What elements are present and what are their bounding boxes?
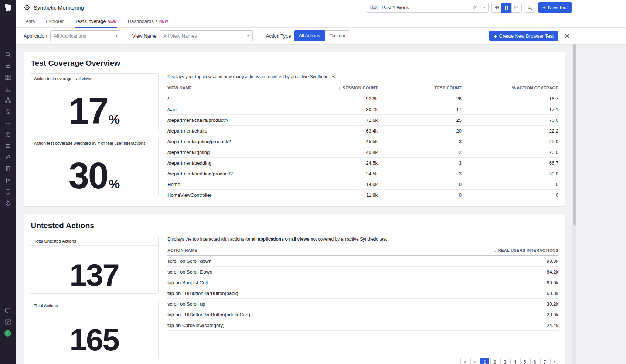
test-count-cell: 26	[378, 96, 462, 102]
action-coverage-cell: 25.0	[462, 139, 559, 144]
time-range-label: Past 1 Week	[382, 5, 409, 10]
pause-button[interactable]	[501, 3, 512, 13]
monitors-icon[interactable]	[3, 109, 13, 115]
tab-explorer[interactable]: Explorer	[46, 15, 64, 27]
table-row[interactable]: /department/lighting 40.8k 2 20.0	[167, 147, 559, 158]
upgrade-icon[interactable]: ↑	[4, 330, 11, 337]
column-test-count[interactable]: TEST COUNT	[378, 86, 462, 90]
column-action-name[interactable]: ACTION NAME	[167, 248, 448, 253]
pagination-page-2[interactable]: 2	[490, 358, 499, 364]
tab-test-coverage[interactable]: Test Coverage NEW	[75, 15, 117, 27]
test-count-cell: 3	[378, 160, 462, 166]
ci-pipelines-icon[interactable]	[3, 177, 13, 183]
table-row[interactable]: tap on Shopist.Cell 60.6k	[167, 277, 559, 288]
application-select[interactable]: All Applications ▾	[50, 30, 121, 41]
column-real-users-interactions[interactable]: ↓ REAL USERS INTERACTIONS	[448, 248, 559, 253]
search-icon[interactable]	[3, 51, 13, 58]
table-row[interactable]: /department/chairs 63.4k 20 22.2	[167, 126, 559, 136]
untested-table-column: Displays the top interacted with actions…	[167, 236, 559, 364]
action-coverage-cell: 20.0	[462, 150, 559, 155]
pagination-page-5[interactable]: 5	[520, 358, 529, 364]
pin-icon[interactable]	[472, 5, 477, 10]
table-row[interactable]: HomeViewController 11.9k 0 0	[167, 190, 559, 200]
column-action-coverage[interactable]: % ACTION COVERAGE	[462, 86, 559, 90]
column-session-count[interactable]: ↓ SESSION COUNT	[323, 86, 378, 90]
metrics-icon[interactable]	[3, 86, 13, 92]
pagination-page-3[interactable]: 3	[500, 358, 509, 364]
new-test-button[interactable]: + New Test	[538, 2, 572, 13]
table-row[interactable]: Home 14.0k 0 0	[167, 179, 559, 190]
tab-tests[interactable]: Tests	[24, 15, 35, 27]
table-row[interactable]: /department/lighting/product/? 45.5k 3 2…	[167, 136, 559, 147]
rum-icon[interactable]	[3, 120, 13, 126]
table-row[interactable]: /department/chairs/product/? 71.6k 25 70…	[167, 115, 559, 126]
coverage-table-column: Displays your top views and how many act…	[167, 73, 559, 203]
action-type-custom[interactable]: Custom	[325, 30, 350, 41]
interactions-cell: 28.9k	[448, 312, 559, 317]
action-coverage-cell: 22.2	[462, 128, 559, 134]
table-row[interactable]: tap on _UIButtonBarButton(addToCart) 28.…	[167, 309, 559, 320]
pagination-next[interactable]: ›	[550, 358, 559, 364]
description-bold: all views	[291, 237, 309, 242]
page-title-group: Synthetic Monitoring	[24, 4, 84, 11]
table-row[interactable]: tap on CardView(category) 24.4k	[167, 320, 559, 331]
action-coverage-cell: 17.1	[462, 107, 559, 112]
table-row[interactable]: /cart 80.7k 17 17.1	[167, 104, 559, 115]
playback-controls	[491, 3, 522, 13]
test-count-cell: 2	[378, 150, 462, 155]
settings-button[interactable]	[562, 31, 572, 41]
view-name-label: View Name	[132, 33, 157, 39]
pagination-prev[interactable]: ‹	[470, 358, 479, 364]
table-row[interactable]: tap on _UIButtonBarButton(back) 60.3k	[167, 288, 559, 299]
column-view-name[interactable]: VIEW NAME	[167, 86, 323, 90]
stat-number: 30	[69, 161, 108, 190]
tab-dashboards[interactable]: Dashboards ▾ NEW	[128, 15, 168, 27]
pagination-first[interactable]: «	[460, 358, 469, 364]
view-name-select[interactable]: All View Names ▾	[160, 30, 253, 41]
rewind-button[interactable]	[491, 3, 502, 13]
table-row[interactable]: scroll on Scroll up 30.2k	[167, 299, 559, 309]
service-map-icon[interactable]	[3, 97, 13, 103]
logs-icon[interactable]	[3, 166, 13, 172]
test-count-cell: 3	[378, 139, 462, 144]
plus-icon: +	[494, 33, 497, 39]
table-row[interactable]: / 92.8k 26 16.7	[167, 93, 559, 104]
stat-number: 165	[69, 328, 119, 352]
pagination-page-1[interactable]: 1	[480, 358, 489, 364]
pagination-page-6[interactable]: 6	[530, 358, 539, 364]
stat-total-actions: Total Actions 165	[30, 301, 159, 358]
watchdog-icon[interactable]	[3, 63, 13, 69]
interactions-cell: 24.4k	[448, 323, 559, 328]
help-icon[interactable]: ?	[5, 319, 11, 325]
datadog-logo[interactable]	[3, 3, 13, 13]
rewind-icon	[494, 5, 499, 10]
action-type-all-actions[interactable]: All Actions	[294, 30, 325, 41]
dashboards-icon[interactable]	[3, 74, 13, 80]
zoom-out-button[interactable]	[525, 3, 535, 13]
processes-icon[interactable]	[3, 143, 13, 149]
test-count-cell: 0	[378, 182, 462, 187]
action-type-toggle: All Actions Custom	[294, 30, 350, 41]
pagination-page-7[interactable]: 7	[540, 358, 549, 364]
forward-button[interactable]	[511, 3, 522, 13]
scrollbar-thumb[interactable]	[573, 44, 576, 226]
action-coverage-cell: 30.0	[462, 171, 559, 176]
stat-value: 137	[30, 246, 158, 293]
integrations-icon[interactable]	[3, 154, 13, 161]
infrastructure-icon[interactable]	[3, 131, 13, 138]
sort-desc-icon: ↓	[338, 86, 341, 90]
synthetics-icon[interactable]	[3, 200, 13, 206]
time-range-selector[interactable]: 1w Past 1 Week ▾	[366, 3, 489, 13]
security-icon[interactable]	[3, 189, 13, 195]
table-row[interactable]: /department/bedding/product/? 24.5k 3 30…	[167, 168, 559, 179]
table-row[interactable]: scroll on Scroll Down 64.2k	[167, 267, 559, 277]
table-row[interactable]: scroll on Scroll down 90.8k	[167, 256, 559, 267]
description-text: Displays the top interacted with actions…	[167, 237, 252, 242]
stat-value: 30%	[30, 148, 158, 196]
create-browser-test-button[interactable]: + Create New Browser Test	[489, 31, 558, 41]
chat-icon[interactable]	[3, 308, 13, 314]
chevron-down-icon[interactable]: ▾	[483, 6, 485, 9]
pagination-page-4[interactable]: 4	[510, 358, 519, 364]
table-row[interactable]: /department/bedding 24.5k 3 66.7	[167, 158, 559, 168]
sort-desc-icon: ↓	[494, 248, 496, 253]
